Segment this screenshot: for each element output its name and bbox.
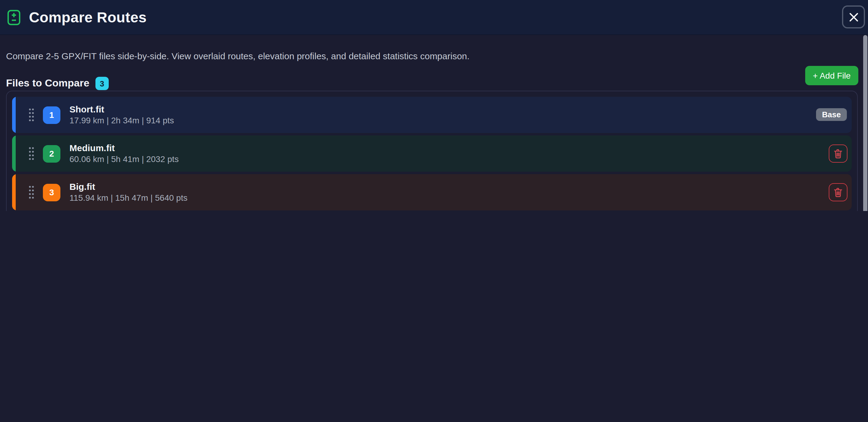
file-row[interactable]: 3 Big.fit 115.94 km | 15h 47m | 5640 pts [12, 174, 852, 210]
file-stats: 115.94 km | 15h 47m | 5640 pts [69, 192, 188, 203]
page-title: Compare Routes [29, 9, 147, 26]
drag-handle-icon[interactable] [28, 185, 34, 199]
scrollbar-thumb[interactable] [863, 35, 867, 211]
row-accent [12, 174, 16, 210]
row-accent [12, 135, 16, 172]
delete-file-button[interactable] [829, 144, 847, 163]
file-stats: 60.06 km | 5h 41m | 2032 pts [69, 153, 179, 165]
file-name: Big.fit [69, 181, 188, 192]
file-row[interactable]: 1 Short.fit 17.99 km | 2h 34m | 914 pts … [12, 97, 852, 133]
modal-header: Compare Routes [0, 0, 868, 35]
drag-handle-icon[interactable] [28, 108, 34, 122]
add-file-button[interactable]: + Add File [805, 66, 858, 85]
close-icon [848, 11, 859, 23]
modal-description: Compare 2-5 GPX/FIT files side-by-side. … [6, 51, 470, 61]
files-section-header: Files to Compare 3 [6, 77, 109, 90]
file-index-badge: 1 [43, 106, 60, 124]
row-accent [12, 97, 16, 133]
compare-routes-modal: Compare Routes Compare 2-5 GPX/FIT files… [0, 0, 868, 211]
files-heading: Files to Compare [6, 77, 89, 89]
files-list: 1 Short.fit 17.99 km | 2h 34m | 914 pts … [6, 91, 858, 211]
base-badge: Base [816, 108, 847, 121]
file-row[interactable]: 2 Medium.fit 60.06 km | 5h 41m | 2032 pt… [12, 135, 852, 172]
delete-file-button[interactable] [829, 183, 847, 201]
file-index-badge: 2 [43, 145, 60, 162]
file-name: Medium.fit [69, 142, 179, 153]
file-stats: 17.99 km | 2h 34m | 914 pts [69, 115, 174, 126]
trash-icon [834, 149, 843, 159]
compare-icon [7, 9, 21, 25]
close-button[interactable] [842, 5, 865, 28]
drag-handle-icon[interactable] [28, 146, 34, 161]
file-index-badge: 3 [43, 184, 60, 201]
files-count-badge: 3 [95, 77, 109, 90]
trash-icon [834, 188, 843, 197]
file-name: Short.fit [69, 104, 174, 115]
